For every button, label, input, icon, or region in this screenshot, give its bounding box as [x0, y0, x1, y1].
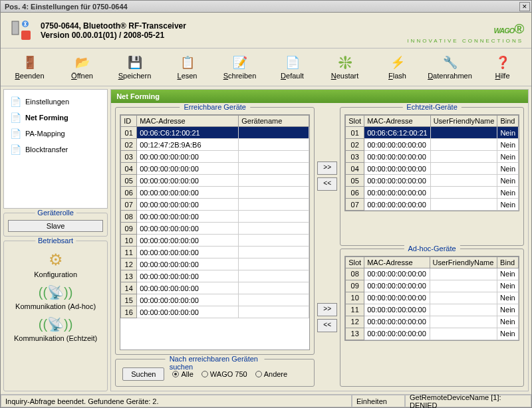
- table-row[interactable]: 1300:00:00:00:00:00: [121, 270, 309, 282]
- table-row[interactable]: 0200:00:00:00:00:00Nein: [346, 139, 519, 151]
- table-row[interactable]: 0600:00:00:00:00:00: [121, 187, 309, 199]
- toolbar-beenden[interactable]: 🚪Beenden: [5, 51, 55, 83]
- toolbar-öffnen[interactable]: 📂Öffnen: [57, 51, 107, 83]
- row-bind: Nein: [497, 175, 519, 187]
- table-row[interactable]: 1000:00:00:00:00:00: [121, 235, 309, 247]
- row-bind: Nein: [497, 163, 519, 175]
- row-id: 01: [121, 127, 137, 139]
- add-realtime-button[interactable]: >>: [317, 161, 337, 175]
- role-button[interactable]: Slave: [8, 220, 103, 232]
- col-header[interactable]: Gerätename: [239, 116, 309, 127]
- mode-2[interactable]: ((📡))Kommunikation (Echtzeit): [8, 313, 103, 345]
- mode-1[interactable]: ((📡))Kommunikation (Ad-hoc): [8, 281, 103, 313]
- remove-realtime-button[interactable]: <<: [317, 177, 337, 191]
- table-row[interactable]: 0500:00:00:00:00:00Nein: [346, 175, 519, 187]
- col-header[interactable]: UserFriendlyName: [430, 256, 497, 268]
- col-header[interactable]: Slot: [346, 256, 364, 268]
- row-mac: 00:00:00:00:00:00: [364, 163, 431, 175]
- row-name: [430, 187, 497, 199]
- col-header[interactable]: MAC-Adresse: [364, 256, 430, 268]
- toolbar-label: Neustart: [331, 72, 359, 80]
- row-name: [239, 163, 309, 175]
- adhoc-table[interactable]: SlotMAC-AdresseUserFriendlyNameBind0800:…: [345, 256, 519, 340]
- table-row[interactable]: 0900:00:00:00:00:00: [121, 223, 309, 235]
- table-row[interactable]: 0700:00:00:00:00:00Nein: [346, 199, 519, 211]
- col-header[interactable]: MAC-Adresse: [137, 116, 239, 127]
- titlebar: Pos. 4: Einstellungen für 0750-0644 ✕: [1, 1, 531, 13]
- toolbar-schreiben[interactable]: 📝Schreiben: [215, 51, 265, 83]
- realtime-title: Echtzeit-Geräte: [402, 103, 461, 111]
- table-row[interactable]: 1000:00:00:00:00:00Nein: [346, 292, 519, 304]
- realtime-table[interactable]: SlotMAC-AdresseUserFriendlyNameBind0100:…: [345, 115, 519, 211]
- row-mac: 00:00:00:00:00:00: [137, 235, 239, 247]
- table-row[interactable]: 0700:00:00:00:00:00: [121, 199, 309, 211]
- row-id: 13: [121, 270, 137, 282]
- row-id: 02: [121, 139, 137, 151]
- table-row[interactable]: 0600:00:00:00:00:00Nein: [346, 187, 519, 199]
- table-row[interactable]: 1400:00:00:00:00:00: [121, 282, 309, 294]
- search-option-1[interactable]: WAGO 750: [201, 370, 247, 378]
- table-row[interactable]: 0400:00:00:00:00:00: [121, 163, 309, 175]
- toolbar-datenrahmen[interactable]: 🔧Datenrahmen: [425, 51, 475, 83]
- table-row[interactable]: 1500:00:00:00:00:00: [121, 294, 309, 306]
- toolbar-icon: ❇️: [337, 54, 353, 70]
- row-name: [430, 175, 497, 187]
- reachable-table[interactable]: IDMAC-AdresseGerätename0100:06:C6:12:00:…: [120, 115, 309, 318]
- col-header[interactable]: Slot: [346, 116, 364, 127]
- row-id: 13: [346, 328, 364, 340]
- col-header[interactable]: Bind: [497, 116, 519, 127]
- toolbar-speichern[interactable]: 💾Speichern: [110, 51, 160, 83]
- row-id: 03: [121, 151, 137, 163]
- toolbar-flash[interactable]: ⚡Flash: [372, 51, 422, 83]
- remove-adhoc-button[interactable]: <<: [317, 319, 337, 332]
- units-button[interactable]: Einheiten: [352, 395, 405, 407]
- table-row[interactable]: 1100:00:00:00:00:00: [121, 247, 309, 258]
- table-row[interactable]: 0100:06:C6:12:00:21Nein: [346, 127, 519, 139]
- search-option-0[interactable]: Alle: [172, 370, 193, 378]
- table-row[interactable]: 1200:00:00:00:00:00Nein: [346, 316, 519, 328]
- add-adhoc-button[interactable]: >>: [317, 303, 337, 316]
- nav-blocktransfer[interactable]: 📄Blocktransfer: [5, 142, 106, 157]
- table-row[interactable]: 0100:06:C6:12:00:21: [121, 127, 309, 139]
- col-header[interactable]: Bind: [497, 256, 519, 268]
- table-row[interactable]: 1200:00:00:00:00:00: [121, 258, 309, 270]
- toolbar-neustart[interactable]: ❇️Neustart: [320, 51, 370, 83]
- nav-einstellungen[interactable]: 📄Einstellungen: [5, 94, 106, 110]
- table-row[interactable]: 0400:00:00:00:00:00Nein: [346, 163, 519, 175]
- toolbar-hilfe[interactable]: ❓Hilfe: [477, 51, 527, 83]
- table-row[interactable]: 0300:00:00:00:00:00Nein: [346, 151, 519, 163]
- col-header[interactable]: MAC-Adresse: [364, 116, 431, 127]
- col-header[interactable]: UserFriendlyName: [430, 116, 497, 127]
- table-row[interactable]: 1600:00:00:00:00:00: [121, 306, 309, 318]
- toolbar-icon: 🚪: [22, 54, 38, 70]
- row-mac: 00:06:C6:12:00:21: [137, 127, 239, 139]
- row-mac: 00:00:00:00:00:00: [364, 292, 430, 304]
- row-name: [239, 127, 309, 139]
- nav-net-forming[interactable]: 📄Net Forming: [5, 110, 106, 126]
- table-row[interactable]: 0500:00:00:00:00:00: [121, 175, 309, 187]
- row-name: [239, 187, 309, 199]
- col-header[interactable]: ID: [121, 116, 137, 127]
- table-row[interactable]: 0800:00:00:00:00:00Nein: [346, 268, 519, 280]
- table-row[interactable]: 0900:00:00:00:00:00Nein: [346, 280, 519, 292]
- nav-label: Net Forming: [25, 114, 68, 122]
- row-id: 10: [346, 292, 364, 304]
- row-mac: 00:00:00:00:00:00: [137, 211, 239, 223]
- toolbar-default[interactable]: 📄Default: [267, 51, 317, 83]
- search-button[interactable]: Suchen: [122, 367, 164, 381]
- search-option-2[interactable]: Andere: [255, 370, 287, 378]
- row-id: 04: [121, 163, 137, 175]
- table-row[interactable]: 1300:00:00:00:00:00Nein: [346, 328, 519, 340]
- table-row[interactable]: 1100:00:00:00:00:00Nein: [346, 304, 519, 316]
- row-id: 09: [121, 223, 137, 235]
- close-icon[interactable]: ✕: [519, 2, 530, 11]
- table-row[interactable]: 0200:12:47:2B:9A:B6: [121, 139, 309, 151]
- panel-title: Net Forming: [111, 90, 528, 103]
- toolbar-lesen[interactable]: 📋Lesen: [162, 51, 212, 83]
- nav-pa-mapping[interactable]: 📄PA-Mapping: [5, 126, 106, 142]
- header: 0750-0644, Bluetooth® RF-Transceiver Ver…: [1, 13, 531, 49]
- table-row[interactable]: 0300:00:00:00:00:00: [121, 151, 309, 163]
- row-name: [430, 304, 497, 316]
- mode-0[interactable]: ⚙Konfiguration: [8, 248, 103, 281]
- table-row[interactable]: 0800:00:00:00:00:00: [121, 211, 309, 223]
